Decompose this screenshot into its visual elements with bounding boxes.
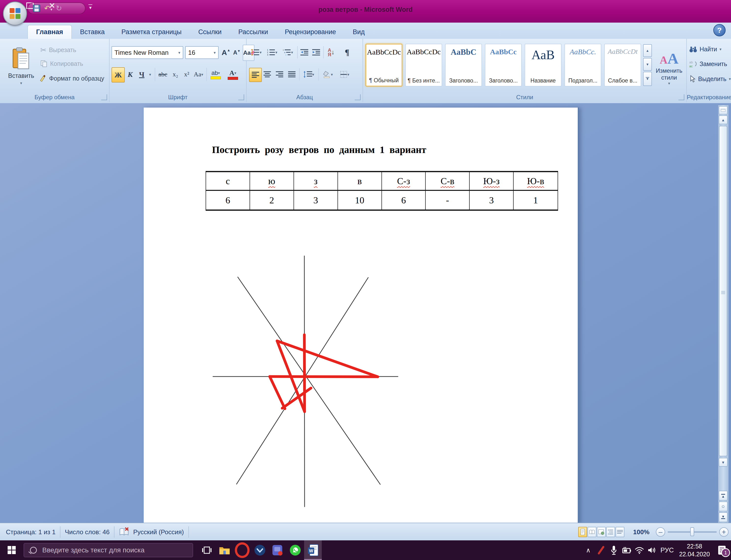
style-heading1[interactable]: AaBbC Заголово... bbox=[445, 44, 482, 86]
subscript-button[interactable]: x₂ bbox=[170, 67, 181, 82]
borders-button[interactable]: ▾ bbox=[337, 68, 353, 81]
style-heading2[interactable]: AaBbCc Заголово... bbox=[485, 44, 522, 86]
align-right-button[interactable] bbox=[274, 68, 285, 81]
language-indicator[interactable]: Русский (Россия) bbox=[133, 528, 184, 536]
change-styles-button[interactable]: AA Изменить стили ▾ bbox=[654, 43, 684, 92]
web-layout-view-button[interactable] bbox=[597, 527, 606, 537]
style-title[interactable]: АаВ Название bbox=[525, 44, 562, 86]
tab-glavnaya[interactable]: Главная bbox=[28, 25, 72, 39]
superscript-button[interactable]: x² bbox=[181, 67, 192, 82]
document-page[interactable]: Построить розу ветров по данным 1 вариан… bbox=[144, 108, 579, 523]
tray-pen-icon[interactable] bbox=[595, 540, 607, 560]
replace-button[interactable]: ab ac Заменить bbox=[689, 60, 727, 68]
file-explorer-icon[interactable] bbox=[216, 540, 233, 560]
customize-qat-button[interactable]: ▾ bbox=[88, 4, 92, 9]
save-button[interactable] bbox=[32, 4, 41, 13]
zoom-in-button[interactable]: + bbox=[719, 527, 729, 537]
whatsapp-icon[interactable] bbox=[286, 540, 304, 560]
opera-browser-icon[interactable] bbox=[233, 540, 251, 560]
tab-ssylki[interactable]: Ссылки bbox=[190, 25, 230, 39]
undo-button[interactable]: ↶▾ bbox=[44, 5, 52, 12]
ruler-toggle-button[interactable] bbox=[719, 106, 728, 114]
strikethrough-button[interactable]: abc bbox=[156, 67, 169, 82]
help-button[interactable]: ? bbox=[713, 24, 726, 36]
style-subtle-emphasis[interactable]: AaBbCcDt Слабое в... bbox=[604, 44, 641, 86]
tray-battery[interactable] bbox=[620, 540, 633, 560]
font-size-combo[interactable]: 16 ▾ bbox=[185, 46, 219, 59]
shading-button[interactable]: ▾ bbox=[320, 68, 336, 81]
styles-scroll-down[interactable]: ▼ bbox=[643, 58, 652, 71]
tab-rassylki[interactable]: Рассылки bbox=[230, 25, 276, 39]
taskbar-search[interactable]: Введите здесь текст для поиска bbox=[24, 543, 193, 557]
increase-indent-button[interactable] bbox=[310, 46, 322, 59]
tray-expand-button[interactable]: ∧ bbox=[582, 540, 595, 560]
change-case-button[interactable]: Aa▾ bbox=[193, 67, 204, 82]
justify-button[interactable] bbox=[286, 68, 298, 81]
decrease-indent-button[interactable] bbox=[299, 46, 310, 59]
media-app-icon[interactable] bbox=[269, 540, 286, 560]
select-button[interactable]: Выделить ▾ bbox=[689, 75, 731, 83]
next-page-button[interactable]: ▼ bbox=[719, 512, 728, 522]
numbering-button[interactable]: 123 ▾ bbox=[265, 46, 280, 59]
scroll-up-button[interactable]: ▲ bbox=[719, 115, 728, 124]
draft-view-button[interactable] bbox=[616, 527, 624, 537]
grow-font-button[interactable]: А▲ bbox=[221, 46, 231, 59]
style-subtitle[interactable]: AaBbCc. Подзагол... bbox=[564, 44, 601, 86]
tab-recenzirovanie[interactable]: Рецензирование bbox=[276, 25, 344, 39]
align-center-button[interactable] bbox=[261, 68, 273, 81]
paste-button[interactable]: Вставить ▾ bbox=[5, 43, 37, 89]
outline-view-button[interactable] bbox=[606, 527, 615, 537]
proofing-status[interactable] bbox=[119, 527, 130, 537]
align-left-button[interactable] bbox=[249, 68, 262, 82]
browse-object-button[interactable]: ○ bbox=[719, 502, 728, 511]
notification-center-button[interactable]: 1 bbox=[713, 540, 731, 560]
tray-microphone[interactable] bbox=[607, 540, 620, 560]
clipboard-dialog-launcher[interactable] bbox=[101, 94, 107, 100]
vertical-scrollbar[interactable]: ▲ ▼ ▲ ○ ▼ bbox=[718, 105, 729, 523]
styles-gallery-more[interactable]: ▼ bbox=[643, 72, 652, 86]
tray-clock[interactable]: 22:58 22.04.2020 bbox=[676, 542, 713, 558]
font-dialog-launcher[interactable] bbox=[238, 94, 244, 100]
wind-rose-drawing[interactable] bbox=[144, 108, 578, 523]
multilevel-list-button[interactable]: 1ai ▾ bbox=[281, 46, 295, 59]
font-color-button[interactable]: A▾ bbox=[225, 67, 241, 82]
style-no-spacing[interactable]: AaBbCcDc ¶ Без инте... bbox=[405, 44, 442, 86]
page-indicator[interactable]: Страница: 1 из 1 bbox=[6, 528, 56, 536]
previous-page-button[interactable]: ▲ bbox=[719, 491, 728, 501]
zoom-out-button[interactable]: – bbox=[656, 527, 665, 537]
tray-wifi[interactable] bbox=[633, 540, 646, 560]
copy-button[interactable]: Копировать bbox=[40, 60, 83, 67]
office-button[interactable] bbox=[3, 1, 27, 26]
browser-app-icon[interactable] bbox=[251, 540, 269, 560]
styles-dialog-launcher[interactable] bbox=[678, 94, 684, 100]
italic-button[interactable]: К bbox=[125, 67, 136, 82]
print-layout-view-button[interactable] bbox=[578, 527, 587, 537]
scroll-down-button[interactable]: ▼ bbox=[719, 458, 728, 467]
underline-button[interactable]: Ч bbox=[136, 67, 147, 82]
line-spacing-button[interactable]: ▾ bbox=[301, 68, 317, 81]
style-normal[interactable]: AaBbCcDc ¶ Обычный bbox=[365, 44, 402, 86]
format-painter-button[interactable]: Формат по образцу bbox=[38, 74, 104, 83]
shrink-font-button[interactable]: А▼ bbox=[232, 46, 242, 59]
tab-vid[interactable]: Вид bbox=[344, 25, 373, 39]
sort-button[interactable]: АЯ↓ bbox=[325, 46, 337, 59]
tab-vstavka[interactable]: Вставка bbox=[72, 25, 113, 39]
styles-scroll-up[interactable]: ▲ bbox=[643, 44, 652, 57]
zoom-slider-thumb[interactable] bbox=[690, 527, 694, 536]
tray-volume[interactable] bbox=[646, 540, 659, 560]
word-app-icon[interactable]: W bbox=[304, 540, 322, 560]
zoom-slider[interactable] bbox=[668, 531, 717, 533]
redo-button[interactable]: ↻ bbox=[56, 5, 62, 12]
bold-button[interactable]: Ж bbox=[112, 67, 125, 83]
task-view-button[interactable] bbox=[198, 540, 216, 560]
tab-razmetka[interactable]: Разметка страницы bbox=[113, 25, 190, 39]
font-name-combo[interactable]: Times New Roman ▾ bbox=[112, 46, 183, 59]
paragraph-dialog-launcher[interactable] bbox=[355, 94, 361, 100]
scrollbar-thumb[interactable] bbox=[719, 126, 727, 456]
find-button[interactable]: Найти ▾ bbox=[689, 46, 721, 53]
start-button[interactable] bbox=[0, 540, 24, 560]
cut-button[interactable]: ✂ Вырезать bbox=[40, 46, 76, 54]
zoom-level[interactable]: 100% bbox=[633, 528, 650, 536]
word-count[interactable]: Число слов: 46 bbox=[65, 528, 110, 536]
show-marks-button[interactable]: ¶ bbox=[341, 46, 353, 59]
